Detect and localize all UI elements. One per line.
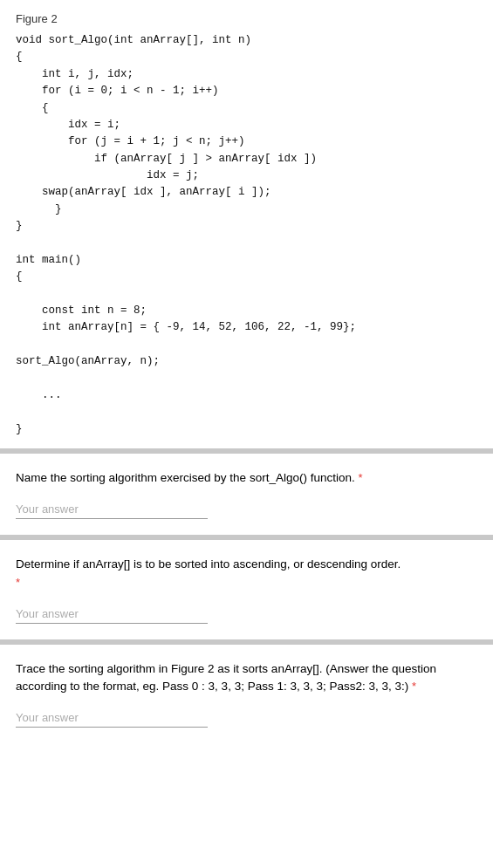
required-star-2: *	[16, 576, 20, 589]
required-star-1: *	[358, 471, 362, 484]
question-1-section: Name the sorting algorithm exercised by …	[0, 454, 493, 535]
answer-input-1[interactable]	[16, 499, 208, 519]
figure-label: Figure 2	[16, 12, 477, 25]
question-3-section: Trace the sorting algorithm in Figure 2 …	[0, 645, 493, 744]
question-2-text: Determine if anArray[] is to be sorted i…	[16, 556, 477, 591]
answer-input-2[interactable]	[16, 604, 208, 624]
code-block: void sort_Algo(int anArray[], int n) { i…	[16, 32, 477, 438]
required-star-3: *	[412, 680, 416, 693]
question-3-text: Trace the sorting algorithm in Figure 2 …	[16, 660, 477, 696]
answer-input-3[interactable]	[16, 707, 208, 728]
page-container: Figure 2 void sort_Algo(int anArray[], i…	[0, 0, 493, 743]
question-2-section: Determine if anArray[] is to be sorted i…	[0, 540, 493, 639]
question-1-text: Name the sorting algorithm exercised by …	[16, 469, 477, 487]
figure-section: Figure 2 void sort_Algo(int anArray[], i…	[0, 0, 493, 448]
